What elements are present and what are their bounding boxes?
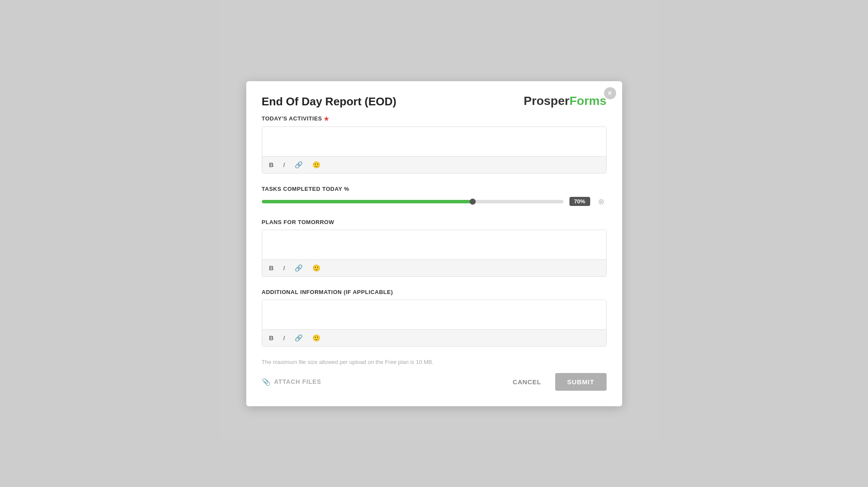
link-button-3[interactable]: 🔗: [293, 333, 305, 343]
emoji-icon-3: 🙂: [312, 334, 321, 342]
italic-button-3[interactable]: I: [281, 333, 286, 342]
section-plans-tomorrow: PLANS FOR TOMORROW B I 🔗 🙂: [262, 219, 607, 277]
plans-tomorrow-editor: B I 🔗 🙂: [262, 230, 607, 277]
italic-button-2[interactable]: I: [281, 263, 286, 272]
cancel-button[interactable]: CANCEL: [506, 374, 548, 390]
footer-actions: CANCEL SUBMIT: [506, 373, 606, 391]
today-activities-toolbar: B I 🔗 🙂: [262, 156, 606, 173]
additional-info-toolbar: B I 🔗 🙂: [262, 329, 606, 346]
brand-logo: ProsperForms: [524, 95, 606, 107]
modal-title: End Of Day Report (EOD): [262, 95, 397, 108]
additional-info-label: ADDITIONAL INFORMATION (IF APPLICABLE): [262, 289, 607, 295]
modal-header: End Of Day Report (EOD) ProsperForms: [262, 95, 607, 108]
slider-clear-icon: ⊗: [598, 197, 604, 206]
emoji-button-1[interactable]: 🙂: [311, 160, 322, 170]
bold-button-3[interactable]: B: [267, 333, 276, 342]
slider-clear-button[interactable]: ⊗: [596, 196, 607, 207]
link-button-1[interactable]: 🔗: [293, 160, 305, 170]
today-activities-editor: B I 🔗 🙂: [262, 126, 607, 174]
plans-tomorrow-input[interactable]: [262, 230, 606, 259]
link-icon-1: 🔗: [295, 161, 303, 169]
link-icon-3: 🔗: [295, 334, 303, 342]
bold-icon-2: B: [269, 264, 274, 272]
modal-overlay: End Of Day Report (EOD) ProsperForms × T…: [0, 0, 868, 487]
bold-icon-3: B: [269, 334, 274, 342]
bold-button-1[interactable]: B: [267, 160, 276, 169]
required-star: ★: [324, 115, 330, 122]
emoji-button-3[interactable]: 🙂: [311, 333, 322, 343]
bold-button-2[interactable]: B: [267, 263, 276, 272]
plans-tomorrow-label: PLANS FOR TOMORROW: [262, 219, 607, 225]
today-activities-label: TODAY'S ACTIVITIES ★: [262, 115, 607, 122]
today-activities-input[interactable]: [262, 127, 606, 156]
close-icon: ×: [608, 89, 612, 97]
close-button[interactable]: ×: [604, 87, 616, 99]
italic-icon-1: I: [283, 161, 285, 168]
footer-row: 📎 ATTACH FILES CANCEL SUBMIT: [262, 373, 607, 391]
section-today-activities: TODAY'S ACTIVITIES ★ B I 🔗 🙂: [262, 115, 607, 174]
paperclip-icon: 📎: [262, 378, 271, 386]
slider-track-wrap: [262, 200, 563, 203]
attach-files-button[interactable]: 📎 ATTACH FILES: [262, 378, 321, 386]
file-size-note: The maximum file size allowed per upload…: [262, 359, 607, 365]
additional-info-input[interactable]: [262, 300, 606, 329]
brand-prosper: Prosper: [524, 94, 569, 108]
section-additional-info: ADDITIONAL INFORMATION (IF APPLICABLE) B…: [262, 289, 607, 347]
additional-info-editor: B I 🔗 🙂: [262, 300, 607, 347]
brand-forms: Forms: [569, 94, 607, 108]
plans-tomorrow-toolbar: B I 🔗 🙂: [262, 259, 606, 276]
emoji-icon-1: 🙂: [312, 161, 321, 169]
italic-icon-2: I: [283, 264, 285, 272]
bold-icon-1: B: [269, 161, 274, 168]
modal-title-block: End Of Day Report (EOD): [262, 95, 397, 108]
italic-icon-3: I: [283, 334, 285, 342]
section-tasks-completed: TASKS COMPLETED TODAY % 70% ⊗: [262, 186, 607, 207]
italic-button-1[interactable]: I: [281, 160, 286, 169]
tasks-completed-label: TASKS COMPLETED TODAY %: [262, 186, 607, 192]
emoji-button-2[interactable]: 🙂: [311, 263, 322, 273]
submit-button[interactable]: SUBMIT: [555, 373, 607, 391]
slider-value-badge: 70%: [569, 197, 590, 206]
link-icon-2: 🔗: [295, 264, 303, 272]
link-button-2[interactable]: 🔗: [293, 263, 305, 273]
modal-container: End Of Day Report (EOD) ProsperForms × T…: [246, 81, 622, 406]
slider-row: 70% ⊗: [262, 196, 607, 207]
emoji-icon-2: 🙂: [312, 264, 321, 272]
